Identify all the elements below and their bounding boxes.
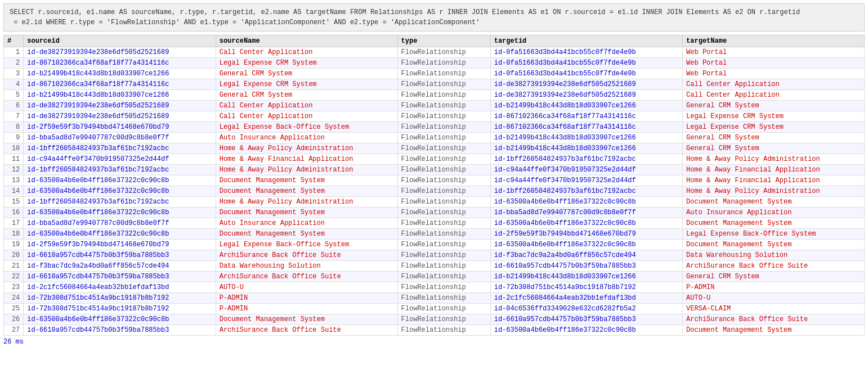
table-cell: id-bba5ad8d7e99407787c00d9c8b8e0f7f [24, 218, 216, 229]
table-row: 9id-bba5ad8d7e99407787c00d9c8b8e0f7fAuto… [4, 133, 865, 143]
table-row: 2id-867102366ca34f68af18f77a4314116cLega… [4, 58, 865, 69]
table-row: 11id-c94a44ffe0f3470b919507325e2d44dfHom… [4, 154, 865, 165]
table-cell: FlowRelationship [397, 197, 490, 207]
table-cell: Document Management System [216, 207, 397, 218]
table-row: 19id-2f59e59f3b79494bbd471468e670bd79Leg… [4, 240, 865, 250]
table-cell: Web Portal [683, 47, 865, 58]
table-cell: General CRM System [216, 69, 397, 79]
table-cell: FlowRelationship [397, 154, 490, 165]
table-cell: id-72b308d751bc4514a9bc19187b8b7192 [490, 282, 682, 293]
table-cell: P-ADMIN [683, 282, 865, 293]
table-cell: Call Center Application [683, 90, 865, 101]
table-cell: id-63500a4b6e0b4ff186e37322c0c90c8b [24, 186, 216, 197]
table-cell: id-04c6536ffd3349028e632cd6282fb5a2 [490, 304, 682, 314]
table-cell: id-b21499b418c443d8b18d033907ce1266 [24, 90, 216, 101]
table-cell: 22 [4, 272, 24, 282]
table-cell: Document Management System [683, 197, 865, 207]
table-cell: id-72b308d751bc4514a9bc19187b8b7192 [24, 304, 216, 314]
table-row: 3id-b21499b418c443d8b18d033907ce1266Gene… [4, 69, 865, 79]
table-cell: id-c94a44ffe0f3470b919507325e2d44df [490, 165, 682, 175]
table-cell: Document Management System [216, 229, 397, 240]
table-cell: id-867102366ca34f68af18f77a4314116c [490, 122, 682, 133]
table-cell: 26 [4, 314, 24, 325]
table-cell: 24 [4, 293, 24, 304]
col-header-sourceid: sourceid [24, 35, 216, 47]
table-cell: Legal Expense CRM System [683, 111, 865, 122]
table-cell: Document Management System [683, 240, 865, 250]
table-cell: Legal Expense CRM System [216, 79, 397, 90]
table-header-row: # sourceid sourceName type targetid targ… [4, 35, 865, 47]
table-row: 21id-f3bac7dc9a2a4bd0a6ff856c57cde494Dat… [4, 261, 865, 272]
table-cell: Home & Away Policy Administration [216, 143, 397, 154]
col-header-type: type [397, 35, 490, 47]
table-cell: id-de38273919394e238e6df505d2521689 [24, 101, 216, 111]
table-cell: id-c94a44ffe0f3470b919507325e2d44df [490, 175, 682, 186]
table-cell: FlowRelationship [397, 304, 490, 314]
table-cell: 18 [4, 229, 24, 240]
table-cell: 23 [4, 282, 24, 293]
table-cell: 25 [4, 304, 24, 314]
table-cell: ArchiSurance Back Office Suite [216, 250, 397, 261]
table-cell: General CRM System [683, 133, 865, 143]
table-row: 26id-63500a4b6e0b4ff186e37322c0c90c8bDoc… [4, 314, 865, 325]
table-cell: Web Portal [683, 69, 865, 79]
table-row: 27id-6610a957cdb44757b0b3f59ba7885bb3Arc… [4, 325, 865, 336]
table-cell: id-bba5ad8d7e99407787c00d9c8b8e0f7f [24, 133, 216, 143]
table-cell: Document Management System [216, 175, 397, 186]
table-cell: Auto Insurance Application [216, 133, 397, 143]
table-cell: FlowRelationship [397, 207, 490, 218]
table-cell: Home & Away Financial Application [216, 154, 397, 165]
table-cell: FlowRelationship [397, 133, 490, 143]
table-cell: FlowRelationship [397, 90, 490, 101]
table-cell: 27 [4, 325, 24, 336]
table-cell: id-2c1fc56084664a4eab32bb1efdaf13bd [24, 282, 216, 293]
table-cell: FlowRelationship [397, 186, 490, 197]
table-cell: FlowRelationship [397, 293, 490, 304]
table-cell: 2 [4, 58, 24, 69]
table-cell: id-1bff260584824937b3af61bc7192acbc [490, 186, 682, 197]
table-cell: 4 [4, 79, 24, 90]
table-cell: id-f3bac7dc9a2a4bd0a6ff856c57cde494 [490, 250, 682, 261]
table-cell: 7 [4, 111, 24, 122]
table-cell: Document Management System [216, 314, 397, 325]
table-cell: FlowRelationship [397, 261, 490, 272]
table-cell: AUTO-U [683, 293, 865, 304]
table-row: 5id-b21499b418c443d8b18d033907ce1266Gene… [4, 90, 865, 101]
table-cell: Auto Insurance Application [216, 218, 397, 229]
table-cell: Call Center Application [216, 101, 397, 111]
table-row: 24id-72b308d751bc4514a9bc19187b8b7192P-A… [4, 293, 865, 304]
table-cell: Call Center Application [216, 47, 397, 58]
table-cell: Data Warehousing Solution [683, 250, 865, 261]
table-cell: 3 [4, 69, 24, 79]
table-cell: FlowRelationship [397, 250, 490, 261]
table-cell: Document Management System [683, 325, 865, 336]
table-cell: VERSA-CLAIM [683, 304, 865, 314]
table-cell: id-6610a957cdb44757b0b3f59ba7885bb3 [24, 325, 216, 336]
table-cell: Legal Expense CRM System [683, 122, 865, 133]
table-cell: ArchiSurance Back Office Suite [216, 325, 397, 336]
table-cell: id-2c1fc56084664a4eab32bb1efdaf13bd [490, 293, 682, 304]
table-cell: id-1bff260584824937b3af61bc7192acbc [490, 154, 682, 165]
table-cell: id-63500a4b6e0b4ff186e37322c0c90c8b [490, 218, 682, 229]
table-cell: FlowRelationship [397, 272, 490, 282]
table-cell: id-63500a4b6e0b4ff186e37322c0c90c8b [24, 175, 216, 186]
table-row: 13id-63500a4b6e0b4ff186e37322c0c90c8bDoc… [4, 175, 865, 186]
table-cell: Home & Away Policy Administration [683, 154, 865, 165]
table-cell: FlowRelationship [397, 69, 490, 79]
table-cell: FlowRelationship [397, 240, 490, 250]
table-row: 15id-1bff260584824937b3af61bc7192acbcHom… [4, 197, 865, 207]
table-cell: 5 [4, 90, 24, 101]
table-cell: Legal Expense Back-Office System [683, 229, 865, 240]
table-cell: FlowRelationship [397, 101, 490, 111]
table-row: 18id-63500a4b6e0b4ff186e37322c0c90c8bDoc… [4, 229, 865, 240]
table-cell: Home & Away Policy Administration [216, 165, 397, 175]
table-cell: id-b21499b418c443d8b18d033907ce1266 [490, 272, 682, 282]
table-cell: id-72b308d751bc4514a9bc19187b8b7192 [24, 293, 216, 304]
table-cell: id-867102366ca34f68af18f77a4314116c [24, 58, 216, 69]
table-cell: Legal Expense CRM System [216, 58, 397, 69]
table-cell: 16 [4, 207, 24, 218]
table-cell: id-de38273919394e238e6df505d2521689 [24, 111, 216, 122]
table-cell: FlowRelationship [397, 58, 490, 69]
table-cell: id-63500a4b6e0b4ff186e37322c0c90c8b [490, 197, 682, 207]
table-cell: id-b21499b418c443d8b18d033907ce1266 [490, 101, 682, 111]
